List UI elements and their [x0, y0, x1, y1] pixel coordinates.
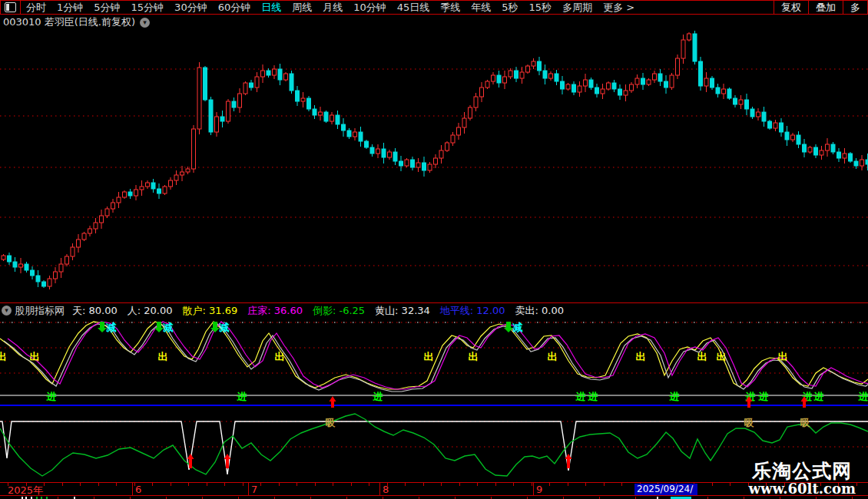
period-tab-5[interactable]: 60分钟: [213, 1, 257, 14]
period-tab-11[interactable]: 季线: [435, 1, 465, 14]
layout-split-icon: [5, 2, 16, 12]
sell-marker: 出: [275, 351, 285, 362]
indicator-panel[interactable]: 出出出出出出出出出出出进进进进进进进进进进进吸吸吸减减减减: [0, 322, 868, 476]
axis-tick: [152, 483, 153, 486]
candle-up: [238, 94, 242, 107]
candle-up: [624, 91, 628, 95]
candle-up: [82, 233, 86, 240]
candle-up: [578, 86, 581, 92]
sell-marker: 出: [778, 351, 788, 362]
toolbar-button-0[interactable]: 复权: [774, 1, 808, 14]
toolbar-button-1[interactable]: 叠加: [808, 1, 843, 14]
candle-up: [469, 107, 472, 118]
candle-down: [399, 161, 403, 166]
buy-marker: 进: [858, 391, 868, 402]
axis-tick: [820, 483, 821, 486]
axis-tick: [297, 483, 297, 486]
candle-up: [330, 115, 334, 121]
candle-up: [860, 160, 864, 166]
layout-split-button[interactable]: [1, 1, 21, 14]
period-tab-0[interactable]: 分时: [21, 1, 51, 14]
period-tab-4[interactable]: 30分钟: [169, 1, 213, 14]
candle-up: [492, 75, 495, 81]
candle-up: [757, 112, 760, 117]
candle-up: [134, 190, 138, 196]
axis-tick: [621, 483, 622, 486]
candle-down: [595, 88, 599, 94]
candle-down: [711, 78, 714, 88]
period-tab-15[interactable]: 多周期: [557, 1, 598, 14]
axis-tick: [423, 483, 424, 486]
candle-down: [232, 101, 236, 107]
candle-down: [572, 84, 576, 92]
axis-tick: [98, 483, 99, 486]
period-tab-6[interactable]: 日线: [256, 1, 287, 14]
candle-down: [555, 74, 558, 81]
candle-up: [808, 147, 812, 152]
candle-down: [854, 161, 858, 166]
candle-down: [296, 91, 300, 101]
title-dropdown-icon[interactable]: ▾: [140, 18, 150, 28]
toolbar-button-2[interactable]: 多: [843, 1, 867, 14]
candle-down: [515, 71, 518, 78]
charts-layer[interactable]: 出出出出出出出出出出出进进进进进进进进进进进吸吸吸减减减减: [0, 0, 868, 499]
candle-up: [826, 144, 830, 150]
axis-month-label: 6: [135, 484, 141, 495]
period-tab-7[interactable]: 周线: [287, 1, 317, 14]
axis-tick: [748, 483, 749, 486]
candle-up: [163, 187, 167, 193]
candle-down: [561, 81, 565, 89]
candle-down: [849, 154, 853, 161]
candle-up: [376, 149, 380, 154]
indicator-field-黄山: 黄山: 32.34: [375, 304, 430, 318]
period-tab-13[interactable]: 5秒: [496, 1, 523, 14]
period-tab-16[interactable]: 更多 >: [598, 1, 640, 14]
candlestick-chart[interactable]: [0, 31, 868, 289]
candle-down: [612, 83, 616, 89]
candle-up: [353, 132, 357, 137]
reduce-marker: 减: [512, 322, 523, 333]
axis-month-label: 9: [536, 484, 542, 495]
axis-tick: [495, 483, 496, 486]
candle-up: [566, 84, 570, 89]
indicator-dropdown-icon[interactable]: ▾: [2, 306, 12, 316]
candle-down: [762, 112, 766, 121]
candle-up: [111, 203, 115, 209]
period-tab-14[interactable]: 15秒: [524, 1, 558, 14]
symbol-titlebar: 003010 若羽臣(日线.前复权) ▾: [3, 16, 150, 28]
time-axis: 2025年67892025/09/24/三: [0, 482, 868, 496]
axis-tick: [171, 483, 171, 486]
candle-down: [157, 189, 161, 193]
period-tab-2[interactable]: 5分钟: [88, 1, 125, 14]
candle-up: [704, 78, 708, 86]
axis-current-date: 2025/09/24/三: [634, 484, 697, 495]
axis-tick: [224, 483, 225, 486]
axis-month-divider: [132, 483, 133, 496]
indicator-field-地平线: 地平线: 12.00: [440, 304, 505, 318]
sell-marker: 出: [548, 351, 558, 362]
trading-app-window: 出出出出出出出出出出出进进进进进进进进进进进吸吸吸减减减减 分时1分钟5分钟15…: [0, 0, 868, 499]
sell-marker: 出: [30, 351, 40, 362]
period-tab-1[interactable]: 1分钟: [51, 1, 88, 14]
candle-up: [77, 240, 81, 247]
axis-tick: [730, 483, 731, 486]
sell-marker: 出: [0, 351, 7, 362]
indicator-field-人: 人: 20.00: [128, 304, 173, 318]
indicator-field-散户: 散户: 31.69: [182, 304, 237, 318]
indicator-name[interactable]: 股朋指标网: [15, 304, 65, 318]
period-tab-10[interactable]: 45日线: [392, 1, 436, 14]
candle-up: [774, 123, 777, 128]
candle-down: [250, 83, 253, 88]
candle-down: [693, 34, 697, 61]
period-tab-8[interactable]: 月线: [317, 1, 348, 14]
candle-up: [273, 69, 277, 75]
axis-tick: [405, 483, 406, 486]
symbol-title: 003010 若羽臣(日线.前复权): [3, 15, 135, 29]
period-tab-9[interactable]: 10分钟: [348, 1, 392, 14]
period-tab-3[interactable]: 15分钟: [126, 1, 170, 14]
axis-tick: [207, 483, 207, 486]
period-tab-12[interactable]: 年线: [465, 1, 496, 14]
buy-marker: 进: [575, 391, 586, 402]
candle-up: [48, 279, 51, 286]
sell-marker: 出: [717, 351, 727, 362]
